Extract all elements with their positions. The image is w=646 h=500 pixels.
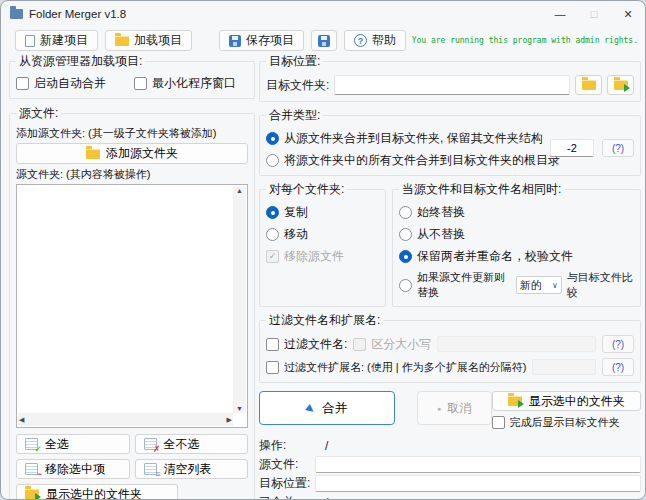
case-sensitive-checkbox: 区分大小写 [353,336,431,353]
app-window: Folder Merger v1.8 — □ × 新建项目 加载项目 保存项目 … [0,0,646,500]
help-button[interactable]: ? 帮助 [344,30,406,51]
close-button[interactable]: × [611,1,645,26]
operation-value: / [325,439,328,453]
source-folders-list[interactable]: ▲ ▼ ◀ ▶ [16,184,248,428]
actions-right: 显示选中的文件夹 完成后显示目标文件夹 [492,391,641,430]
keep-structure-label: 从源文件夹合并到目标文件夹, 保留其文件夹结构 [284,130,543,147]
select-all-button[interactable]: ✓ 全选 [16,434,130,454]
explorer-load-title: 从资源管理器加载项目: [16,53,145,70]
horizontal-scrollbar[interactable]: ◀ ▶ [18,413,233,426]
status-panel: 操作: / 源文件: 目标位置: 已合并: / 冲突: / [259,437,641,500]
filter-name-checkbox[interactable]: 过滤文件名: [266,336,347,353]
open-after-checkbox[interactable]: 完成后显示目标文件夹 [492,415,641,430]
status-source-row: 源文件: [259,456,641,473]
status-operation-row: 操作: / [259,437,641,454]
minimize-window-label: 最小化程序窗口 [152,75,236,92]
move-label: 移动 [284,226,308,243]
remove-selected-label: 移除选中项 [45,461,105,478]
cancel-label: 取消 [447,400,471,417]
filter-title: 过滤文件名和扩展名: [266,312,383,329]
list-buttons-grid: ✓ 全选 ✗ 全不选 − 移除选中项 ≡ 清空列表 [16,434,248,479]
add-source-folder-button[interactable]: 添加源文件夹 [16,143,248,164]
minimize-window-checkbox[interactable]: 最小化程序窗口 [134,75,236,92]
chevron-down-icon: ∨ [552,281,558,290]
keep-structure-radio[interactable]: 从源文件夹合并到目标文件夹, 保留其文件夹结构 [266,130,543,147]
new-document-icon [25,35,35,47]
case-sensitive-label: 区分大小写 [371,336,431,353]
checkbox-icon [266,338,279,351]
copy-label: 复制 [284,204,308,221]
open-folder-icon [508,396,522,406]
show-selected-folder-button-right[interactable]: 显示选中的文件夹 [492,391,641,411]
open-target-folder-button[interactable] [607,75,634,95]
folder-icon [115,36,129,46]
filter-section: 过滤文件名和扩展名: 过滤文件名: 区分大小写 (?) 过滤文件扩展名: (使用… [259,312,641,383]
right-panel: 目标位置: 目标文件夹: 合并类型: 从源文件夹合并到目标文件夹, 保留其文件夹… [259,53,641,500]
left-panel: 从资源管理器加载项目: 启动自动合并 最小化程序窗口 源文件: 添加源文件夹: … [9,53,255,500]
merge-button[interactable]: ▶ 合并 [259,391,395,425]
save-icon [318,35,330,47]
remove-selected-icon: − [25,463,38,475]
cancel-button[interactable]: ● 取消 [417,391,492,425]
maximize-button[interactable]: □ [577,1,611,26]
merge-label: 合并 [322,400,347,417]
scroll-right-icon[interactable]: ▶ [227,416,232,423]
scroll-down-icon[interactable]: ▼ [236,405,243,412]
depth-input[interactable] [550,139,594,157]
target-folder-row: 目标文件夹: [266,75,634,95]
new-project-button[interactable]: 新建项目 [15,30,98,51]
source-file-field [315,456,641,473]
browse-target-folder-button[interactable] [575,75,602,95]
filter-ext-checkbox[interactable]: 过滤文件扩展名: (使用 | 作为多个扩展名的分隔符) [266,360,526,375]
newer-dropdown-value: 新的 [520,278,542,293]
load-project-button[interactable]: 加载项目 [105,30,192,51]
help-label: 帮助 [372,32,396,49]
always-replace-radio[interactable]: 始终替换 [399,204,465,221]
target-folder-label: 目标文件夹: [266,77,329,94]
keep-both-radio[interactable]: 保留两者并重命名，校验文件 [399,248,573,265]
add-source-folder-label: 添加源文件夹 [106,145,178,162]
remove-selected-button[interactable]: − 移除选中项 [16,459,130,479]
show-selected-label: 显示选中的文件夹 [46,486,142,500]
target-position-field [315,475,641,492]
newer-dropdown[interactable]: 新的 ∨ [516,276,562,294]
flatten-radio[interactable]: 将源文件夹中的所有文件合并到目标文件夹的根目录 [266,152,560,169]
never-replace-radio[interactable]: 从不替换 [399,226,465,243]
replace-newer-radio[interactable]: 如果源文件更新则替换 [399,270,511,300]
merge-arrow-icon: ▶ [304,401,317,414]
open-folder-icon [25,489,39,499]
replace-newer-row: 如果源文件更新则替换 新的 ∨ 与目标文件比较 [399,270,634,300]
move-radio[interactable]: 移动 [266,226,308,243]
source-files-section: 源文件: 添加源文件夹: (其一级子文件夹将被添加) 添加源文件夹 源文件夹: … [9,105,255,500]
minimize-button[interactable]: — [543,1,577,26]
filter-ext-help-button[interactable]: (?) [602,358,634,376]
select-none-button[interactable]: ✗ 全不选 [135,434,249,454]
radio-selected-icon [266,206,279,219]
show-selected-folder-button[interactable]: 显示选中的文件夹 [16,484,178,500]
radio-icon [399,228,412,241]
flatten-label: 将源文件夹中的所有文件合并到目标文件夹的根目录 [284,152,560,169]
scroll-up-icon[interactable]: ▲ [236,187,243,194]
clear-list-button[interactable]: ≡ 清空列表 [135,459,249,479]
save-project-button[interactable]: 保存项目 [219,30,304,51]
auto-merge-label: 启动自动合并 [34,75,106,92]
scroll-left-icon[interactable]: ◀ [19,416,24,423]
source-files-title: 源文件: [16,105,61,122]
target-folder-input[interactable] [334,75,570,95]
conflict-section: 当源文件和目标文件名相同时: 始终替换 从不替换 保留两者并重命名，校验文件 [392,181,641,307]
radio-icon [266,154,279,167]
operation-label: 操作: [259,437,315,454]
filter-name-help-button[interactable]: (?) [602,335,634,353]
auto-merge-checkbox[interactable]: 启动自动合并 [16,75,134,92]
quick-save-button[interactable] [311,30,337,51]
checkbox-disabled-icon [353,338,366,351]
vertical-scrollbar[interactable]: ▲ ▼ [233,186,246,413]
admin-rights-notice: You are running this program with admin … [412,36,638,45]
remove-source-label: 移除源文件 [284,248,344,265]
depth-help-button[interactable]: (?) [602,139,634,157]
clear-list-icon: ≡ [144,463,157,475]
filter-name-row: 过滤文件名: 区分大小写 (?) [266,335,634,353]
open-after-label: 完成后显示目标文件夹 [510,415,620,430]
copy-radio[interactable]: 复制 [266,204,308,221]
checkbox-icon [16,77,29,90]
